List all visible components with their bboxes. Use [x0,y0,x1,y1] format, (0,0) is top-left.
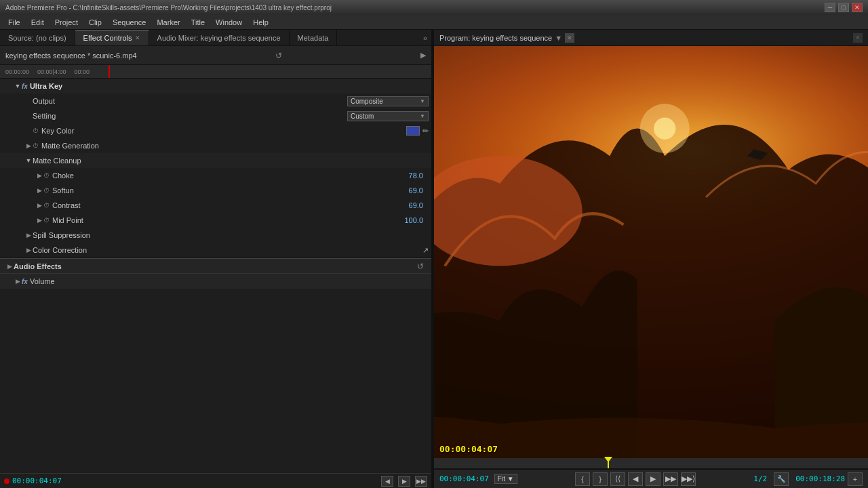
prog-btn-go-out[interactable]: ▶▶⟩ [681,472,696,486]
tab-audio-mixer[interactable]: Audio Mixer: keying effects sequence [149,30,290,45]
midpoint-expand[interactable]: ▶ [35,216,43,224]
prog-btn-wrench[interactable]: 🔧 [774,472,789,486]
record-indicator [4,479,9,484]
tab-effect-controls[interactable]: Effect Controls ✕ [75,30,149,45]
audio-effects-expand[interactable]: ▶ [5,262,14,270]
ruler-time-2: 00:00|4:00 [37,68,66,75]
maximize-button[interactable]: □ [838,3,849,12]
right-panel: Program: keying effects sequence ▼ ✕ ≡ [434,30,868,488]
menu-item-clip[interactable]: Clip [83,17,107,28]
key-color-swatch[interactable] [406,126,420,136]
output-row: Output Composite ▼ [0,94,431,108]
clip-name-label: keying effects sequence * scunic-6.mp4 [5,52,137,60]
tab-metadata[interactable]: Metadata [290,30,338,45]
left-tab-bar: Source: (no clips) Effect Controls ✕ Aud… [0,30,431,46]
menu-item-help[interactable]: Help [248,17,274,28]
prog-btn-play[interactable]: ▶ [646,472,660,486]
choke-row: ▶ ⏱ Choke 78.0 [0,168,431,183]
softun-stopwatch[interactable]: ⏱ [43,187,50,194]
choke-expand[interactable]: ▶ [35,171,43,180]
tab-close-effect-controls[interactable]: ✕ [135,35,140,41]
prog-settings-btn[interactable]: ≡ [853,33,863,43]
tab-menu-button[interactable]: » [419,30,431,45]
preview-timecode: 00:00:04:07 [439,444,498,454]
effect-ruler: 00:00:00 00:00|4:00 00:00 [0,65,431,79]
footer-btn-1[interactable]: ◀ [381,476,393,487]
effect-controls-panel: keying effects sequence * scunic-6.mp4 ↺… [0,46,431,488]
program-controls: 00:00:04:07 Fit ▼ { } ⟨⟨ ◀ ▶ ▶▶ ▶▶⟩ 1/2 … [434,469,868,488]
title-bar: Adobe Premiere Pro - C:\InfiniteSkills-a… [0,0,868,15]
menu-item-title[interactable]: Title [186,17,210,28]
prog-btn-prev-frame[interactable]: ◀ [628,472,643,486]
color-correction-row[interactable]: ▶ Color Correction ↗ [0,243,431,258]
menu-item-sequence[interactable]: Sequence [107,17,152,28]
matte-cleanup-expand[interactable]: ▼ [24,157,33,165]
spill-suppression-row[interactable]: ▶ Spill Suppression [0,228,431,243]
volume-row[interactable]: ▶ fx Volume [0,274,431,289]
matte-gen-stopwatch: ⏱ [33,142,39,149]
volume-fx-icon: fx [22,278,28,285]
prog-close-btn[interactable]: ✕ [565,33,574,43]
key-color-row: ⏱ Key Color ✏ [0,123,431,138]
menu-item-marker[interactable]: Marker [151,17,185,28]
eyedropper-icon[interactable]: ✏ [422,127,429,136]
expand-button[interactable]: ▶ [420,51,426,60]
playhead-triangle [604,457,612,462]
prog-btn-next-frame[interactable]: ▶▶ [663,472,678,486]
setting-dropdown[interactable]: Custom ▼ [347,111,429,121]
footer-btn-play[interactable]: ▶ [398,476,410,487]
footer-btn-end[interactable]: ▶▶ [415,476,427,487]
prog-btn-add[interactable]: + [848,472,863,486]
menu-item-window[interactable]: Window [210,17,248,28]
key-color-stopwatch[interactable]: ⏱ [33,127,39,134]
spill-expand[interactable]: ▶ [24,231,33,239]
contrast-row: ▶ ⏱ Contrast 69.0 [0,198,431,213]
ruler-time-1: 00:00:00 [5,68,29,75]
color-correct-expand[interactable]: ▶ [24,246,33,254]
reset-button[interactable]: ↺ [273,50,284,61]
audio-effects-section: ▶ Audio Effects ↺ ▶ fx Volume [0,258,431,289]
close-button[interactable]: ✕ [852,3,863,12]
menu-item-project[interactable]: Project [50,17,83,28]
red-playhead [108,65,110,78]
program-header: Program: keying effects sequence ▼ ✕ ≡ [434,30,868,46]
prog-btn-mark-out[interactable]: } [593,472,608,486]
video-preview: 00:00:04:07 [434,46,868,458]
prog-header-dropdown[interactable]: ▼ [555,34,562,42]
minimize-button[interactable]: ─ [825,3,835,12]
ultra-key-header[interactable]: ▼ fx Ultra Key [0,79,431,94]
preview-svg [434,46,868,458]
fit-dropdown[interactable]: Fit ▼ [494,474,517,484]
prog-btn-mark-in[interactable]: { [575,472,590,486]
ruler-time-3: 00:00 [74,68,90,75]
tab-source[interactable]: Source: (no clips) [0,30,75,45]
softun-expand[interactable]: ▶ [35,186,43,195]
effect-footer: 00:00:04:07 ◀ ▶ ▶▶ [0,473,431,488]
audio-reset-btn[interactable]: ↺ [415,261,426,272]
midpoint-stopwatch[interactable]: ⏱ [43,217,50,224]
contrast-stopwatch[interactable]: ⏱ [43,202,50,209]
prog-ruler-content [434,458,868,468]
title-text: Adobe Premiere Pro - C:\InfiniteSkills-a… [5,4,825,12]
output-dropdown[interactable]: Composite ▼ [347,96,429,106]
matte-generation-row[interactable]: ▶ ⏱ Matte Generation [0,138,431,153]
program-ruler [434,458,868,469]
setting-dropdown-arrow: ▼ [420,113,425,119]
fx-icon: fx [22,83,28,90]
ultra-key-section: ▼ fx Ultra Key Output Composite ▼ [0,79,431,258]
prog-btn-go-in[interactable]: ⟨⟨ [610,472,625,486]
volume-expand[interactable]: ▶ [14,277,22,285]
matte-cleanup-header[interactable]: ▼ Matte Cleanup [0,153,431,168]
contrast-expand[interactable]: ▶ [35,201,43,209]
preview-background: 00:00:04:07 [434,46,868,458]
ultra-key-expand[interactable]: ▼ [14,82,22,90]
program-playhead [608,458,609,468]
menu-bar: FileEditProjectClipSequenceMarkerTitleWi… [0,15,868,30]
menu-item-file[interactable]: File [3,17,26,28]
effect-header: keying effects sequence * scunic-6.mp4 ↺… [0,46,431,65]
output-dropdown-arrow: ▼ [420,98,425,104]
audio-effects-header[interactable]: ▶ Audio Effects ↺ [0,259,431,274]
matte-gen-expand[interactable]: ▶ [24,142,33,150]
menu-item-edit[interactable]: Edit [26,17,50,28]
choke-stopwatch[interactable]: ⏱ [43,172,50,179]
